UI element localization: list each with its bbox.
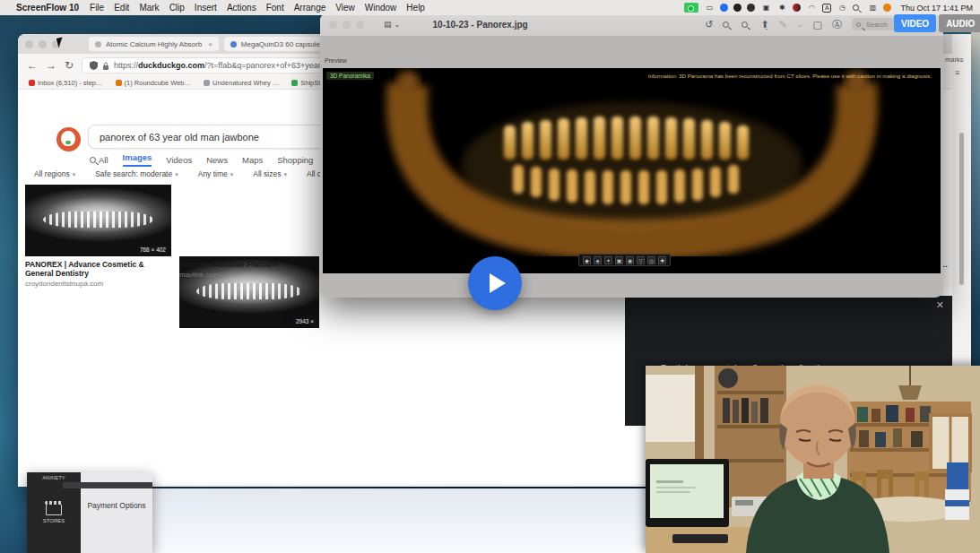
close-icon[interactable]: ✕ [936,299,944,311]
sidebar-item-stores[interactable]: STORES [27,518,81,523]
image-result-thumbnail[interactable]: 768 × 402 [25,185,171,256]
audio-badge[interactable]: AUDIO [939,14,980,32]
tool-icon[interactable]: ◎ [647,256,655,264]
menu-actions[interactable]: Actions [227,3,256,13]
menu-clip[interactable]: Clip [169,3,185,13]
menu-icon[interactable]: ≡ [955,68,959,77]
tool-icon[interactable]: ◉ [626,256,634,264]
window-edge [63,482,152,488]
zoom-out-icon[interactable] [723,22,729,28]
preview-title-bar: ▤ ⌄ 10-10-23 - Panorex.jpg ↺ ⬆̣︎ ✎ ⌄ ▢ Ⓐ… [320,13,943,36]
close-window-button[interactable] [329,21,337,29]
webcam-scene [646,366,980,553]
menu-window[interactable]: Window [365,3,397,13]
webcam-video [646,366,980,553]
dropbox-icon[interactable] [720,4,728,12]
result-type-tabs: All Images Videos News Maps Shopping [90,152,313,167]
vertical-scrollbar[interactable] [959,133,964,285]
tool-icon[interactable]: ◈ [594,256,602,264]
spotlight-icon[interactable] [853,4,859,11]
caret-down-icon: ▾ [73,171,76,177]
filter-sizes[interactable]: All sizes▾ [253,169,287,178]
wifi-icon[interactable]: ◠ [806,4,817,13]
filter-time[interactable]: Any time▾ [198,169,234,178]
tool-icon[interactable]: ◆ [583,256,591,264]
menu-bar-clock[interactable]: Thu Oct 17 1:41 PM [900,4,973,13]
share-icon[interactable]: ⬆̣︎ [760,19,768,30]
filter-safesearch[interactable]: Safe search: moderate▾ [95,169,178,178]
stack-icon[interactable]: ▣ [760,4,771,13]
tab-all[interactable]: All [90,155,108,165]
tab-favicon [230,41,237,48]
rotate-icon[interactable]: ↺ [705,19,713,30]
menu-view[interactable]: View [335,3,355,13]
zoom-window-button[interactable] [356,21,364,29]
tab-news[interactable]: News [206,155,228,165]
display-mirroring-icon[interactable]: ▭ [704,4,715,13]
caret-down-icon: ▾ [284,171,288,177]
forward-button[interactable]: → [46,59,56,72]
reload-button[interactable]: ↻ [65,59,74,72]
tab-images[interactable]: Images [123,152,152,167]
image-result-caption[interactable]: PANOREX | Advance Cosmetic & General Den… [25,260,173,288]
window-controls[interactable] [25,40,60,48]
tool-icon[interactable]: ✦ [604,256,612,264]
roundcube-icon [116,80,122,86]
tracking-shield-icon [90,61,98,70]
duckduckgo-logo[interactable] [56,127,81,151]
store-icon [46,504,62,515]
menu-insert[interactable]: Insert [195,3,217,13]
tool-icon[interactable]: ▽ [637,256,645,264]
time-machine-icon[interactable]: ◷ [837,4,847,13]
crop-icon[interactable]: ▢ [813,19,822,30]
screen-recording-icon[interactable] [684,3,698,13]
control-center-icon[interactable]: ▥ [867,4,878,13]
filter-regions[interactable]: All regions▾ [34,169,75,178]
bookmarks-overflow-label[interactable]: marks [945,56,963,64]
markup-pencil-icon[interactable]: ✎ [779,19,787,30]
preview-sidebar-label: Preview [325,57,347,64]
app-menu[interactable]: ScreenFlow 10 [16,3,79,13]
panorex-image[interactable]: 3D Panoramika Information: 3D Panorama h… [323,68,941,273]
image-dimensions-badge: 768 × 402 [137,246,169,254]
zoom-in-icon[interactable] [742,22,748,28]
sidebar-toggle-icon[interactable]: ▤ ⌄ [384,20,401,29]
status-app-icon[interactable] [883,4,891,12]
tab-shopping[interactable]: Shopping [277,155,313,165]
menu-font[interactable]: Font [266,3,284,13]
annotate-icon[interactable]: Ⓐ [832,18,842,31]
tool-icon[interactable]: ▣ [615,256,623,264]
payment-options-button[interactable]: Payment Options [81,501,152,510]
bookmark-item[interactable]: (1) Roundcube Web… [116,79,191,87]
status-app-icon[interactable] [793,4,801,12]
minimize-window-button[interactable] [343,21,351,29]
status-icons: ▭ ▣ ✱ ◠ A ◷ ▥ Thu Oct 17 1:41 PM [684,3,973,13]
image-result-caption[interactable]: Panorex Mandible Fracture mavlink.com [179,260,323,279]
status-app-icon[interactable] [747,4,755,12]
search-icon [856,22,861,27]
play-button[interactable] [468,256,522,310]
status-app-icon[interactable] [733,4,742,12]
bookmark-item[interactable]: Inbox (6,510) - step… [29,79,103,87]
close-tab-icon[interactable]: × [208,40,212,48]
minimize-window-button[interactable] [39,40,47,48]
input-source-icon[interactable]: A [822,4,831,13]
tab-videos[interactable]: Videos [166,155,192,165]
gear-icon[interactable]: ✱ [776,4,787,13]
sidebar-item-anxiety[interactable]: ANXIETY [27,472,81,480]
chevron-down-icon[interactable]: ⌄ [797,21,803,29]
browser-tab-1[interactable]: Atomic Calcium Highly Absorb × [89,37,219,51]
close-window-button[interactable] [25,40,33,48]
video-badge[interactable]: VIDEO [894,14,936,32]
tab-title: Atomic Calcium Highly Absorb [106,40,202,48]
tab-maps[interactable]: Maps [242,155,263,165]
bookmark-item[interactable]: Undenatured Whey … [204,79,279,87]
menu-mark[interactable]: Mark [139,3,159,13]
menu-file[interactable]: File [90,3,104,13]
menu-arrange[interactable]: Arrange [294,3,326,13]
menu-edit[interactable]: Edit [114,3,129,13]
tool-icon[interactable]: ✚ [658,256,666,264]
menu-help[interactable]: Help [406,3,425,13]
back-button[interactable]: ← [27,59,38,72]
window-controls[interactable] [329,21,364,29]
